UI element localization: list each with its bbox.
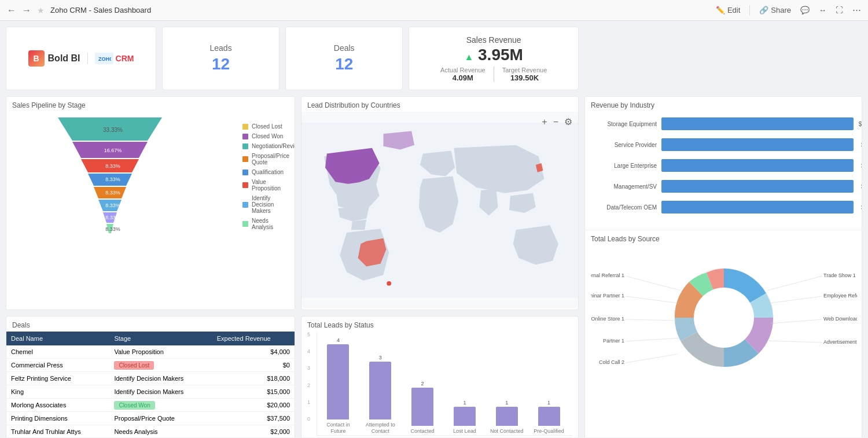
zoom-in-button[interactable]: +: [542, 116, 547, 127]
revenue-bar-row: Data/Telecom OEM $400K: [593, 201, 854, 214]
deal-stage: Closed Lost: [109, 359, 212, 372]
total-leads-status-title: Total Leads by Status: [301, 316, 578, 332]
legend-item: Closed Lost: [242, 123, 289, 130]
bar-track: $830K: [661, 138, 854, 151]
stage-badge-closed-lost: Closed Lost: [114, 361, 154, 370]
donut-container: External Referral 1 Seminar Partner 1 On…: [585, 245, 862, 397]
revenue-header-space: [584, 27, 862, 90]
legend-item: Proposal/Price Quote: [242, 153, 289, 165]
svg-line-37: [770, 319, 822, 323]
deals-table-wrapper[interactable]: Deal NameStageExpected Revenue Chemel Va…: [6, 332, 295, 437]
table-row[interactable]: Truhlar And Truhlar Attys Needs Analysis…: [6, 425, 295, 438]
legend-dot: [242, 156, 248, 162]
svg-text:Advertisement 3: Advertisement 3: [823, 339, 857, 345]
total-leads-source-title: Total Leads by Source: [585, 230, 862, 245]
main-grid: Sales Pipeline by Stage 33.33% 16.67% 8.…: [6, 96, 862, 437]
bookmark-icon[interactable]: ★: [37, 6, 45, 15]
sales-pipeline-title: Sales Pipeline by Stage: [6, 97, 295, 112]
zoho-logo: ZOHO CRM: [87, 53, 134, 64]
legend-item: Qualification: [242, 169, 289, 175]
bar-count: 3: [379, 355, 382, 360]
svg-point-21: [694, 288, 754, 348]
divider: [749, 5, 750, 16]
svg-text:33.33%: 33.33%: [103, 127, 123, 133]
history-button[interactable]: ↔: [819, 6, 826, 14]
boldbi-logo: B Bold BI: [28, 50, 80, 67]
boldbi-icon: B: [28, 50, 45, 67]
bars-area: 4 Contact in Future 3 Attempted to Conta…: [317, 332, 572, 436]
table-row[interactable]: Feltz Printing Service Identify Decision…: [6, 372, 295, 385]
legend-dot: [242, 182, 248, 188]
status-bar: [538, 407, 560, 426]
svg-text:Seminar Partner 1: Seminar Partner 1: [591, 293, 624, 299]
deals-label: Deals: [334, 43, 355, 53]
legend-dot: [242, 170, 248, 175]
table-row[interactable]: King Identify Decision Makers $15,000: [6, 385, 295, 399]
svg-text:8.33%: 8.33%: [105, 163, 120, 169]
svg-text:Online Store 1: Online Store 1: [591, 316, 624, 322]
map-title: Lead Distribution by Countries: [301, 97, 578, 112]
legend-item: Needs Analysis: [242, 218, 289, 230]
bar-track: $1.04M: [661, 117, 854, 130]
actual-revenue: Actual Revenue 4.09M: [432, 67, 494, 82]
bar-label: Lost Lead: [446, 428, 483, 435]
comment-button[interactable]: 💬: [800, 6, 810, 14]
status-bar-column: 1 Lost Lead: [446, 400, 483, 435]
zoom-reset-button[interactable]: ⚙: [564, 116, 572, 127]
svg-text:8.33%: 8.33%: [105, 215, 120, 220]
table-row[interactable]: Commercial Press Closed Lost $0: [6, 359, 295, 372]
sales-revenue-value: ▲ 3.95M: [464, 46, 523, 64]
status-bar-column: 2 Contacted: [404, 381, 442, 435]
forward-button[interactable]: →: [22, 5, 31, 16]
map-container: + − ⚙: [301, 112, 578, 308]
y-axis-label: 3: [307, 365, 317, 371]
leads-label: Leads: [209, 43, 231, 53]
deal-stage: Needs Analysis: [109, 425, 212, 438]
deal-stage: Value Proposition: [109, 345, 212, 359]
funnel-content: 33.33% 16.67% 8.33% 8.33% 8.33%: [6, 112, 295, 308]
up-arrow-icon: ▲: [464, 52, 473, 62]
status-bar-column: 4 Contact in Future: [319, 337, 357, 435]
zoho-crm-text: CRM: [116, 54, 134, 63]
share-button[interactable]: 🔗 Share: [759, 6, 791, 14]
table-row[interactable]: Chemel Value Proposition $4,000: [6, 345, 295, 359]
zoom-out-button[interactable]: −: [553, 116, 558, 127]
deals-table: Deal NameStageExpected Revenue Chemel Va…: [6, 332, 295, 437]
edit-button[interactable]: ✏️ Edit: [716, 6, 740, 14]
bar-label: Management/SV: [593, 183, 657, 190]
back-button[interactable]: ←: [7, 5, 16, 16]
bar-count: 2: [421, 381, 424, 387]
y-axis-label: 4: [307, 348, 317, 354]
table-row[interactable]: Printing Dimensions Proposal/Price Quote…: [6, 412, 295, 425]
bar-value: $650K: [861, 163, 862, 169]
status-bar-column: 3 Attempted to Contact: [362, 355, 399, 435]
deal-name: Morlong Associates: [6, 399, 109, 412]
svg-text:Partner 1: Partner 1: [603, 338, 624, 344]
status-bar: [369, 362, 391, 419]
bar-label: Contact in Future: [319, 422, 356, 435]
bar-label: Pre-Qualified: [531, 428, 568, 435]
zoho-icon: ZOHO: [95, 53, 113, 64]
revenue-industry-card: Revenue by Industry Storage Equipment $1…: [584, 96, 862, 437]
stage-badge-closed-won: Closed Won: [114, 401, 155, 410]
status-bar-column: 1 Not Contacted: [488, 400, 525, 435]
revenue-bar-row: Management/SV $400K: [593, 180, 854, 193]
table-header: Stage: [109, 332, 212, 345]
bar-value: $830K: [861, 142, 862, 148]
edit-icon: ✏️: [716, 6, 725, 14]
table-row[interactable]: Morlong Associates Closed Won $20,000: [6, 399, 295, 412]
svg-line-35: [769, 296, 822, 303]
deal-revenue: $2,000: [212, 425, 295, 438]
more-button[interactable]: ···: [852, 4, 861, 16]
funnel-chart-area: 33.33% 16.67% 8.33% 8.33% 8.33%: [12, 112, 208, 303]
svg-text:Cold Call 2: Cold Call 2: [599, 359, 624, 365]
y-axis-label: 0: [307, 416, 317, 422]
bar-label: Storage Equipment: [593, 121, 657, 127]
bar-value: $400K: [861, 204, 862, 211]
fullscreen-button[interactable]: ⛶: [836, 6, 843, 14]
bar-label: Contacted: [404, 428, 441, 435]
svg-text:External Referral 1: External Referral 1: [591, 273, 624, 278]
svg-text:16.67%: 16.67%: [104, 148, 122, 153]
deal-stage: Closed Won: [109, 399, 212, 412]
svg-line-23: [626, 276, 681, 290]
